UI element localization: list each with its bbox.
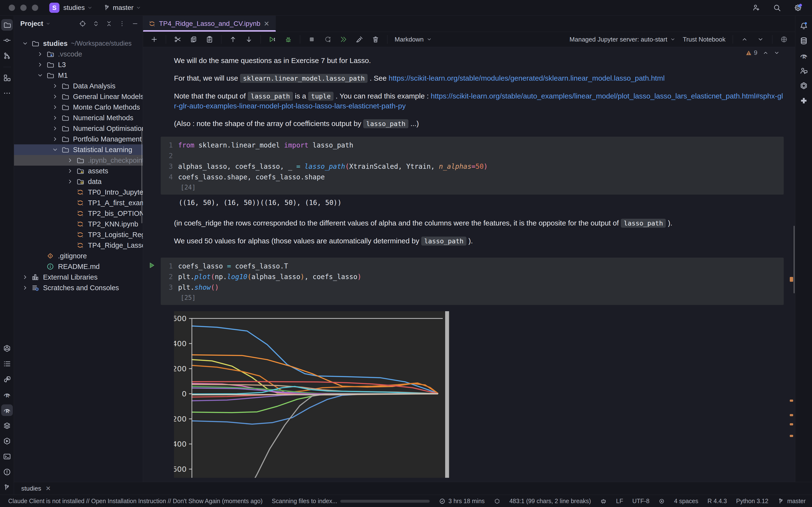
todo-tool-icon[interactable] [1,358,13,370]
tree-item--ipynb-checkpoints[interactable]: .ipynb_checkpoints [14,155,143,166]
open-in-browser-icon[interactable] [779,35,788,44]
inspections-widget[interactable]: 9 [745,49,779,56]
paste-cell-icon[interactable] [205,35,214,44]
terminal-tool-icon[interactable] [1,451,13,462]
services-tool-icon[interactable] [1,435,13,447]
chevron-down-icon[interactable] [35,71,45,79]
line-separator[interactable]: LF [616,498,623,505]
locate-file-icon[interactable] [79,20,86,27]
tree-item-tp1-a-first-example-ipynb[interactable]: TP1_A_first_example.ipynb [14,198,143,208]
tree-item-numerical-optimisation[interactable]: Numerical Optimisation [14,123,143,134]
chevron-right-icon[interactable] [65,177,75,186]
run-cell-icon[interactable] [268,35,277,44]
error-stripe-mark[interactable] [790,277,793,282]
chevron-right-icon[interactable] [35,61,45,69]
tree-item-l3[interactable]: L3 [14,59,143,70]
trust-notebook-button[interactable]: Trust Notebook [683,36,725,43]
cut-cell-icon[interactable] [173,35,182,44]
kernel-widget[interactable] [494,498,500,504]
tree-item-scratches-and-consoles[interactable]: Scratches and Consoles [14,282,143,293]
tree-item-tp4-ridge-lasso-and-cv-ipynb[interactable]: TP4_Ridge_Lasso_and_CV.ipynb [14,240,143,250]
search-icon[interactable] [773,4,781,12]
close-icon[interactable]: ✕ [264,20,269,28]
git-branch-widget[interactable]: master [777,498,806,505]
window-minimize-button[interactable] [20,5,27,11]
code-cell[interactable]: 1from sklearn.linear_model import lasso_… [161,137,784,194]
tree-item-data[interactable]: data [14,176,143,187]
python-tool-icon[interactable] [1,374,13,385]
move-cell-down-icon[interactable] [245,35,253,44]
chevron-right-icon[interactable] [50,103,60,111]
error-stripe-mark[interactable] [790,414,793,416]
plugin-cross-tool-icon[interactable] [798,95,810,107]
notebook-editor[interactable]: We will do the same questions as in Exer… [143,47,795,482]
tree-item-tp0-intro-jupyter-python-ipynb[interactable]: TP0_Intro_Jupyter_Python.ipynb [14,187,143,198]
chevron-right-icon[interactable] [50,82,60,90]
code-cell[interactable]: 1coefs_lasso = coefs_lasso.T2plt.plot(np… [161,258,784,305]
window-close-button[interactable] [9,5,15,11]
chevron-right-icon[interactable] [50,93,60,101]
copy-cell-icon[interactable] [189,35,198,44]
project-tool-icon[interactable] [1,19,13,31]
debug-cell-icon[interactable] [284,35,293,44]
chevron-right-icon[interactable] [65,156,75,164]
graphql-tool-icon[interactable] [1,343,13,354]
git-tool-window-icon[interactable] [1,482,13,493]
highlight-level-icon[interactable] [659,498,665,504]
tree-item-assets[interactable]: assets [14,166,143,176]
tree-item-tp2-bis-optional-ipynb[interactable]: TP2_bis_OPTIONAL.ipynb [14,208,143,219]
more-tools-icon[interactable] [1,88,13,99]
chevron-right-icon[interactable] [35,50,45,58]
project-scrollbar-thumb[interactable] [141,129,142,223]
structure-tool-icon[interactable] [1,72,13,83]
chevron-right-icon[interactable] [50,114,60,122]
file-encoding[interactable]: UTF-8 [632,498,650,505]
add-user-icon[interactable] [752,4,760,12]
problems-tool-icon[interactable] [1,466,13,478]
tree-item-tp2-knn-ipynb[interactable]: TP2_KNN.ipynb [14,219,143,229]
tree-item-numerical-methods[interactable]: Numerical Methods [14,113,143,123]
next-cell-icon[interactable] [756,35,765,44]
stop-kernel-icon[interactable] [307,35,316,44]
restart-kernel-icon[interactable] [323,35,332,44]
kebab-menu-icon[interactable] [119,20,125,27]
python-interpreter[interactable]: Python 3.12 [736,498,768,505]
tree-item-studies[interactable]: studies~/Workspace/studies [14,38,143,49]
editor-scrollbar-thumb[interactable] [794,226,795,293]
chevron-right-icon[interactable] [20,284,31,292]
notifications-bell-icon[interactable] [798,20,810,32]
expand-all-icon[interactable] [93,20,99,27]
tool-window-tab-studies[interactable]: studies [21,485,41,492]
cell-type-dropdown[interactable]: Markdown [395,36,432,43]
tree-item-monte-carlo-methods[interactable]: Monte Carlo Methods [14,102,143,113]
chevron-right-icon[interactable] [65,167,75,175]
r-interpreter[interactable]: R 4.4.3 [707,498,727,505]
database-tool-icon[interactable] [798,35,810,47]
prev-warning-icon[interactable] [763,50,768,56]
tree-item-tp3-logistic-regression-an[interactable]: TP3_Logistic_Regression_an [14,229,143,240]
project-switcher[interactable]: studies [63,4,93,12]
chevron-right-icon[interactable] [50,135,60,143]
error-stripe-mark[interactable] [790,423,793,426]
hyperlink[interactable]: https://scikit-learn.org/stable/modules/… [389,74,665,82]
chevron-down-icon[interactable] [50,146,60,154]
collapse-all-icon[interactable] [106,20,112,27]
window-zoom-button[interactable] [32,5,38,11]
chevron-down-icon[interactable] [20,39,31,48]
layers-tool-icon[interactable] [1,420,13,432]
chevron-right-icon[interactable] [20,273,31,281]
tree-item-m1[interactable]: M1 [14,70,143,80]
ai-robot-icon[interactable] [600,498,607,505]
error-stripe-mark[interactable] [790,400,793,402]
vcs-branch-widget[interactable]: master [103,4,141,12]
tree-item-external-libraries[interactable]: External Libraries [14,272,143,282]
uptime-widget[interactable]: 3 hrs 18 mins [439,498,485,505]
move-cell-up-icon[interactable] [229,35,237,44]
status-message[interactable]: Claude Client is not installed // Open I… [8,498,263,505]
hide-panel-icon[interactable] [132,20,139,27]
clear-outputs-icon[interactable] [355,35,364,44]
r-tool-icon-selected[interactable]: R [1,404,13,416]
chevron-right-icon[interactable] [50,124,60,132]
next-warning-icon[interactable] [774,50,779,56]
tree-item--gitignore[interactable]: .gitignore [14,250,143,261]
